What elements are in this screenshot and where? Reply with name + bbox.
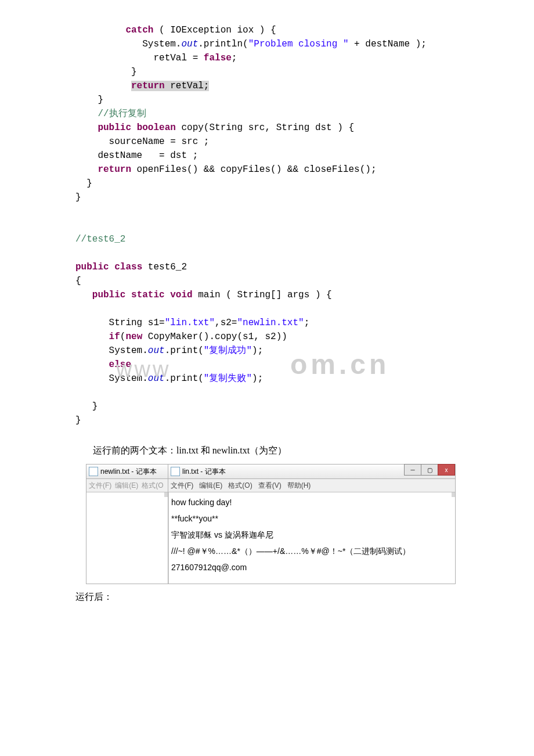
keyword-catch: catch (125, 25, 153, 35)
menubar-right[interactable]: 文件(F) 编辑(E) 格式(O) 查看(V) 帮助(H) (168, 479, 455, 492)
text-line: 271607912qq@.com (171, 561, 453, 574)
keyword-false: false (204, 53, 232, 63)
text-line: ///~! @#￥%……&*（）——+/&……%￥#@！~*（二进制码测试） (171, 545, 453, 557)
menu-help[interactable]: 帮助(H) (287, 481, 311, 491)
menu-file[interactable]: 文件(F) (89, 481, 111, 491)
titlebar-left[interactable]: newlin.txt - 记事本 (86, 465, 168, 479)
heading-before-run: 运行前的两个文本：lin.txt 和 newlin.txt（为空） (0, 445, 534, 457)
comment-execute-copy: //执行复制 (75, 109, 146, 119)
text-line: 宇智波耶稣 vs 旋涡释迦牟尼 (171, 528, 453, 541)
comment-test6-2: //test6_2 (75, 234, 125, 244)
menu-edit[interactable]: 编辑(E) (199, 481, 222, 491)
notepad-icon (171, 467, 180, 476)
notepad-windows: newlin.txt - 记事本 文件(F) 编辑(E) 格式(O lin.tx… (86, 464, 456, 584)
menu-file[interactable]: 文件(F) (171, 481, 193, 491)
highlighted-return: return retVal; (131, 81, 209, 91)
menu-format[interactable]: 格式(O (142, 481, 163, 491)
code-block-1: catch ( IOException iox ) { System.out.p… (0, 0, 534, 439)
titlebar-right[interactable]: lin.txt - 记事本 ─ ▢ x (168, 465, 455, 479)
maximize-button[interactable]: ▢ (421, 464, 438, 476)
menu-view[interactable]: 查看(V) (258, 481, 282, 491)
title-text: newlin.txt - 记事本 (100, 467, 157, 477)
text-line: how fucking day! (171, 496, 453, 509)
notepad-newlin: newlin.txt - 记事本 文件(F) 编辑(E) 格式(O (86, 465, 168, 584)
menu-edit[interactable]: 编辑(E) (115, 481, 138, 491)
static-out: out (181, 39, 198, 49)
notepad-lin: lin.txt - 记事本 ─ ▢ x 文件(F) 编辑(E) 格式(O) 查看… (168, 465, 455, 584)
menubar-left[interactable]: 文件(F) 编辑(E) 格式(O (86, 479, 168, 492)
content-right[interactable]: how fucking day! **fuck**you** 宇智波耶稣 vs … (168, 492, 455, 584)
close-button[interactable]: x (438, 464, 455, 476)
notepad-icon (89, 467, 98, 476)
string-literal: "Problem closing " (248, 39, 349, 49)
window-buttons: ─ ▢ x (405, 464, 455, 476)
minimize-button[interactable]: ─ (404, 464, 421, 476)
title-text: lin.txt - 记事本 (182, 467, 226, 477)
text-line: **fuck**you** (171, 512, 453, 525)
heading-after-run: 运行后： (0, 591, 534, 603)
content-left[interactable] (86, 492, 168, 584)
menu-format[interactable]: 格式(O) (228, 481, 252, 491)
